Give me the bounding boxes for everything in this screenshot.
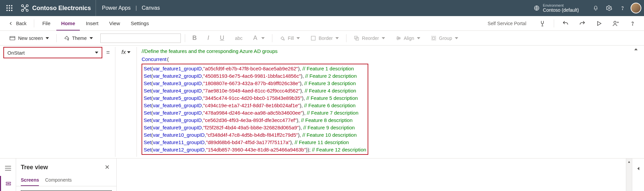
environment-label: Environment bbox=[543, 4, 579, 7]
svg-point-4 bbox=[9, 7, 10, 9]
border-label: Border bbox=[319, 36, 333, 41]
user-avatar[interactable] bbox=[631, 3, 641, 13]
right-rail bbox=[632, 158, 644, 191]
back-button[interactable]: Back bbox=[4, 16, 31, 31]
help-inline-button[interactable] bbox=[625, 16, 640, 31]
notifications-button[interactable] bbox=[589, 0, 602, 16]
svg-point-8 bbox=[11, 10, 12, 11]
svg-point-21 bbox=[283, 39, 284, 40]
formula-editor[interactable]: //Define the features and the correspond… bbox=[140, 47, 629, 157]
new-screen-button[interactable]: New screen bbox=[6, 33, 52, 44]
align-button[interactable]: Align bbox=[392, 33, 424, 44]
product-name: Power Apps bbox=[102, 5, 130, 11]
reorder-label: Reorder bbox=[362, 36, 379, 41]
strikethrough-button[interactable]: abc bbox=[232, 33, 246, 44]
align-label: Align bbox=[404, 36, 414, 41]
chevron-down-icon bbox=[335, 37, 339, 39]
tab-components[interactable]: Components bbox=[45, 175, 71, 186]
svg-point-3 bbox=[6, 7, 8, 9]
rail-treeview-button[interactable] bbox=[0, 176, 16, 191]
svg-point-16 bbox=[614, 21, 616, 23]
svg-point-0 bbox=[6, 5, 8, 6]
chevron-down-icon bbox=[261, 37, 265, 39]
group-label: Group bbox=[439, 36, 452, 41]
properties-panel-button[interactable] bbox=[632, 161, 644, 177]
vertical-scrollbar[interactable]: ▲ ▼ bbox=[626, 158, 632, 191]
play-button[interactable] bbox=[592, 16, 606, 31]
underline-button[interactable]: U bbox=[217, 33, 228, 44]
tree-title: Tree view bbox=[21, 164, 48, 171]
border-button[interactable]: Border bbox=[307, 33, 342, 44]
font-dropdown[interactable] bbox=[100, 34, 181, 43]
bold-button[interactable]: B bbox=[189, 33, 200, 44]
app-title: Self Service Portal bbox=[488, 21, 533, 26]
settings-button[interactable] bbox=[602, 0, 616, 16]
expand-formula-button[interactable] bbox=[631, 47, 641, 50]
tab-screens[interactable]: Screens bbox=[21, 175, 39, 186]
chevron-down-icon bbox=[297, 37, 300, 39]
canvas[interactable] bbox=[117, 158, 626, 191]
menu-insert[interactable]: Insert bbox=[81, 16, 103, 30]
svg-point-1 bbox=[9, 5, 10, 6]
rail-hamburger-button[interactable] bbox=[0, 161, 16, 176]
fill-button[interactable]: Fill bbox=[276, 33, 303, 44]
topbar: Contoso Electronics Power Apps | Canvas … bbox=[0, 0, 644, 16]
ribbon: New screen Theme B I U abc A Fill Border… bbox=[0, 31, 644, 46]
reorder-button[interactable]: Reorder bbox=[351, 33, 388, 44]
svg-point-14 bbox=[608, 7, 610, 9]
menu-file[interactable]: File bbox=[38, 16, 55, 30]
fill-label: Fill bbox=[288, 36, 294, 41]
app-checker-button[interactable] bbox=[535, 16, 550, 31]
svg-rect-29 bbox=[432, 37, 435, 39]
back-label: Back bbox=[16, 21, 26, 26]
menu-bar: Back File Home Insert View Settings Self… bbox=[0, 16, 644, 31]
undo-button[interactable] bbox=[558, 16, 573, 31]
brand-icon bbox=[21, 4, 29, 12]
environment-name: Contoso (default) bbox=[543, 7, 579, 13]
scroll-track[interactable] bbox=[626, 165, 632, 191]
font-color-button[interactable]: A bbox=[250, 33, 268, 44]
chevron-down-icon bbox=[95, 52, 98, 54]
chevron-down-icon bbox=[127, 51, 130, 53]
chevron-down-icon bbox=[90, 37, 93, 39]
tree-view-panel: Tree view ✕ Screens Components App ··· S… bbox=[16, 158, 117, 191]
svg-point-17 bbox=[632, 24, 633, 25]
chevron-down-icon bbox=[382, 37, 385, 39]
svg-point-2 bbox=[11, 5, 12, 6]
italic-button[interactable]: I bbox=[204, 33, 213, 44]
redo-button[interactable] bbox=[575, 16, 590, 31]
svg-point-5 bbox=[11, 7, 12, 9]
theme-label: Theme bbox=[72, 36, 87, 41]
environment-selector[interactable]: Environment Contoso (default) bbox=[534, 4, 589, 13]
fx-button[interactable]: fx bbox=[119, 47, 133, 56]
brand-text: Contoso Electronics bbox=[32, 5, 91, 12]
svg-rect-22 bbox=[311, 36, 315, 40]
menu-home[interactable]: Home bbox=[56, 16, 80, 30]
close-panel-button[interactable]: ✕ bbox=[102, 163, 112, 172]
chevron-up-icon bbox=[634, 48, 638, 50]
share-button[interactable] bbox=[608, 16, 623, 31]
product-mode: Canvas bbox=[142, 5, 160, 11]
svg-point-6 bbox=[6, 10, 8, 11]
property-dropdown[interactable]: OnStart bbox=[3, 47, 102, 58]
group-button[interactable]: Group bbox=[428, 33, 462, 44]
svg-rect-34 bbox=[6, 184, 11, 185]
theme-button[interactable]: Theme bbox=[61, 33, 96, 44]
chevron-right-icon bbox=[637, 167, 639, 170]
svg-point-7 bbox=[9, 10, 10, 11]
menu-view[interactable]: View bbox=[105, 16, 125, 30]
menu-settings[interactable]: Settings bbox=[126, 16, 154, 30]
svg-rect-33 bbox=[6, 182, 11, 183]
help-button[interactable] bbox=[616, 0, 629, 16]
scroll-up-button[interactable]: ▲ bbox=[626, 158, 632, 165]
new-screen-label: New screen bbox=[18, 36, 43, 41]
brand[interactable]: Contoso Electronics bbox=[16, 0, 96, 16]
left-rail bbox=[0, 158, 16, 191]
app-launcher-button[interactable] bbox=[3, 0, 16, 16]
svg-point-20 bbox=[68, 39, 69, 40]
property-dropdown-value: OnStart bbox=[7, 50, 25, 56]
svg-rect-28 bbox=[432, 36, 436, 40]
chevron-down-icon bbox=[46, 37, 49, 39]
svg-point-15 bbox=[622, 9, 623, 10]
chevron-down-icon bbox=[455, 37, 458, 39]
